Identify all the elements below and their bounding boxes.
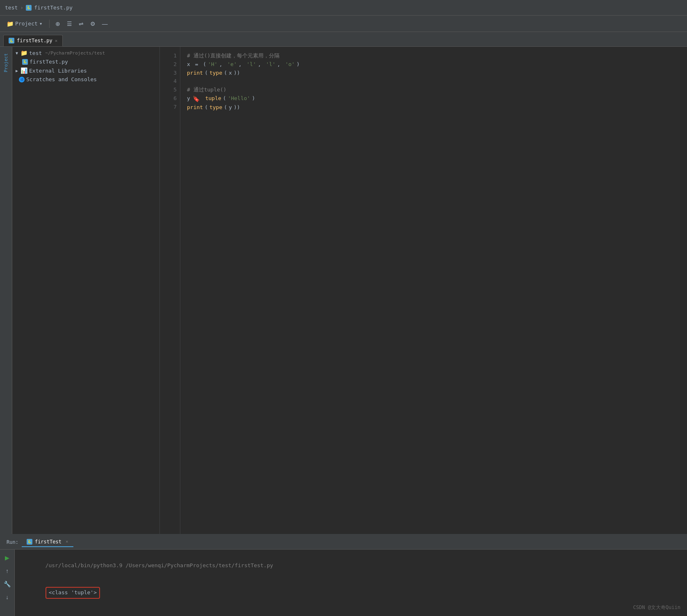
scroll-down-btn[interactable]: ↓: [4, 592, 10, 602]
wrench-btn[interactable]: 🔧: [2, 579, 12, 589]
scroll-up-btn[interactable]: ↑: [4, 566, 10, 576]
code-paren-6b: ): [252, 94, 255, 103]
ln-5: 5: [165, 86, 177, 94]
code-comma2: ,: [239, 60, 245, 69]
py-icon: 🐍: [26, 5, 32, 11]
project-tree: ▼ 📁 test ~/PycharmProjects/test 🐍 firstT…: [12, 47, 159, 534]
main-area: Project ▼ 📁 test ~/PycharmProjects/test …: [0, 47, 687, 534]
tree-file-firsttest[interactable]: 🐍 firstTest.py: [19, 57, 159, 66]
code-paren-open: (: [203, 60, 206, 69]
code-comma3: ,: [258, 60, 264, 69]
ln-6: 6: [165, 94, 177, 103]
code-comma1: ,: [219, 60, 226, 69]
file-name: firstTest.py: [34, 5, 73, 11]
code-var-y: y: [187, 94, 190, 103]
code-type-2: type: [209, 103, 222, 112]
folder-icon: 📁: [7, 21, 14, 27]
code-paren-7b: (: [224, 103, 227, 112]
line-numbers: 1 2 3 4 5 6 7: [160, 47, 180, 534]
file-py-icon: 🐍: [22, 59, 28, 65]
run-label: Run:: [3, 539, 22, 545]
code-line-2: x = ( 'H' , 'e' , 'l' , 'l' , 'o' ): [187, 60, 680, 69]
bottom-content: ▶ ↑ 🔧 ↓ /usr/local/bin/python3.9 /Users/…: [0, 550, 687, 616]
code-str-e: 'e': [227, 60, 237, 69]
scope-btn[interactable]: ⊕: [53, 19, 63, 29]
bottom-panel: Run: 🐍 firstTest × ▶ ↑ 🔧 ↓ /usr/local/bi…: [0, 534, 687, 616]
ext-arrow: ▶: [16, 68, 18, 73]
code-paren-3a: (: [205, 69, 208, 78]
run-tab-close[interactable]: ×: [66, 539, 68, 544]
bottom-side-buttons: ▶ ↑ 🔧 ↓: [0, 550, 15, 616]
output-box-1: <class 'tuple'>: [45, 587, 100, 599]
editor-content: 1 2 3 4 5 6 7 # 通过()直接创建，每个元素用，分隔 x = (: [160, 47, 687, 534]
code-str-hello: 'Hello': [228, 94, 250, 103]
flatten-btn[interactable]: ☰: [64, 19, 75, 29]
code-comment-1: # 通过()直接创建，每个元素用，分隔: [187, 52, 280, 60]
tree-external-libs[interactable]: ▶ 📊 External Libraries: [12, 66, 159, 75]
toolbar: 📁 Project ▾ ⊕ ☰ ⇌ ⚙ —: [0, 16, 687, 32]
ext-lib-label: External Libraries: [29, 68, 87, 74]
dropdown-arrow: ▾: [39, 21, 43, 27]
file-firsttest-label: firstTest.py: [30, 59, 68, 65]
code-line-6: y 🔖 tuple ( 'Hello' ): [187, 94, 680, 103]
code-comment-5: # 通过tuple(): [187, 86, 226, 94]
code-paren-3c: )): [234, 69, 240, 78]
editor-area: 1 2 3 4 5 6 7 # 通过()直接创建，每个元素用，分隔 x = (: [160, 47, 687, 534]
root-path: ~/PycharmProjects/test: [45, 50, 105, 56]
code-paren-close: ): [296, 60, 300, 69]
code-editor[interactable]: # 通过()直接创建，每个元素用，分隔 x = ( 'H' , 'e' , 'l…: [180, 47, 687, 534]
code-var-x: x: [187, 60, 190, 69]
code-print-2: print: [187, 103, 203, 112]
code-line-3: print ( type ( x )): [187, 69, 680, 78]
output-command: /usr/local/bin/python3.9 /Users/wenqi/Py…: [20, 553, 682, 578]
code-assign: =: [192, 60, 201, 69]
code-str-o: 'o': [285, 60, 295, 69]
code-line-1: # 通过()直接创建，每个元素用，分隔: [187, 52, 680, 60]
tree-root[interactable]: ▼ 📁 test ~/PycharmProjects/test: [12, 48, 159, 57]
settings-btn[interactable]: ⚙: [88, 19, 98, 29]
code-empty-4: [187, 77, 190, 86]
code-line-4: [187, 77, 680, 86]
run-btn[interactable]: ▶: [3, 553, 11, 563]
code-str-l1: 'l': [246, 60, 256, 69]
code-print-1: print: [187, 69, 203, 78]
code-comma4: ,: [277, 60, 284, 69]
root-label: test: [29, 50, 42, 56]
run-output: /usr/local/bin/python3.9 /Users/wenqi/Py…: [15, 550, 687, 616]
code-str-H: 'H': [208, 60, 217, 69]
tab-bar: 🐍 firstTest.py ×: [0, 32, 687, 47]
tab-label: firstTest.py: [17, 38, 52, 43]
ln-7: 7: [165, 103, 177, 112]
code-str-l2: 'l': [266, 60, 275, 69]
bottom-tab-bar: Run: 🐍 firstTest ×: [0, 535, 687, 550]
cmd-text: /usr/local/bin/python3.9 /Users/wenqi/Py…: [45, 562, 273, 568]
scratch-label: Scratches and Consoles: [26, 76, 97, 82]
minimize-btn[interactable]: —: [100, 19, 110, 29]
run-tab[interactable]: 🐍 firstTest ×: [22, 537, 73, 547]
code-line-7: print ( type ( y )): [187, 103, 680, 112]
code-paren-6a: (: [223, 94, 226, 103]
tab-firsttest[interactable]: 🐍 firstTest.py ×: [3, 35, 63, 46]
root-folder-icon: 📁: [20, 50, 27, 56]
code-x-1: x: [229, 69, 232, 78]
watermark: CSDN @文大奇Quiin: [633, 604, 680, 611]
code-paren-3b: (: [224, 69, 227, 78]
code-type-1: type: [209, 69, 222, 78]
project-side-label[interactable]: Project: [2, 50, 10, 75]
compact-btn[interactable]: ⇌: [76, 19, 86, 29]
project-name: test: [5, 5, 18, 11]
code-tuple: tuple: [202, 94, 221, 103]
breadcrumb: test › 🐍 firstTest.py: [5, 5, 73, 11]
output-line-1: <class 'tuple'>: [20, 578, 682, 607]
project-dropdown[interactable]: 📁 Project ▾: [3, 19, 46, 29]
tree-scratches[interactable]: 🔵 Scratches and Consoles: [12, 75, 159, 84]
output-line-2: <class 'tuple'>: [20, 607, 682, 616]
tab-close-btn[interactable]: ×: [55, 38, 58, 43]
code-y-1: y: [229, 103, 232, 112]
tab-py-icon: 🐍: [9, 38, 14, 43]
ln-4: 4: [165, 77, 177, 86]
toolbar-separator: [49, 20, 50, 28]
code-paren-7a: (: [205, 103, 208, 112]
bookmark-icon: 🔖: [193, 94, 200, 103]
scratch-icon: 🔵: [19, 77, 25, 82]
